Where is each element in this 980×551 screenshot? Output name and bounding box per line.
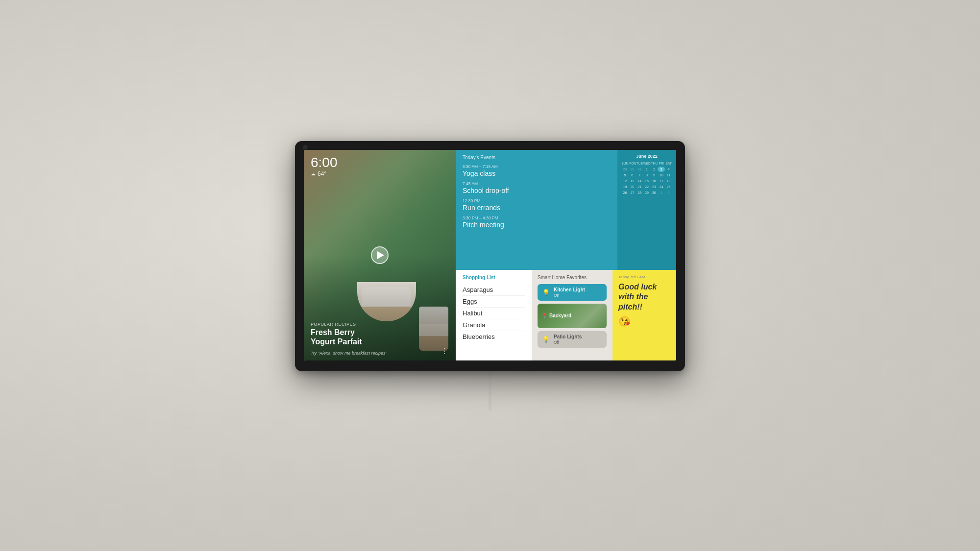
backyard-name: Backyard	[549, 313, 571, 318]
cal-day[interactable]: 5	[621, 172, 629, 178]
cal-day[interactable]: 2	[650, 167, 658, 172]
shopping-item-halibut[interactable]: Halibut	[463, 308, 525, 319]
calendar-grid: SUN MON TUE WED THU FRI SAT	[621, 161, 672, 195]
camera-icon	[303, 145, 308, 150]
kitchen-light-name: Kitchen Light	[554, 287, 602, 293]
note-content: Good luck with the pitch!!	[618, 282, 670, 312]
cal-day[interactable]: 11	[665, 172, 672, 178]
cal-week-4: 19 20 21 22 23 24 25	[621, 184, 672, 190]
cal-day[interactable]: 31	[636, 167, 643, 172]
events-panel: Today's Events 6:30 AM – 7:15 AM Yoga cl…	[456, 150, 617, 270]
cal-day[interactable]: 9	[650, 172, 658, 178]
cal-day[interactable]: 15	[643, 178, 651, 184]
cal-day[interactable]: 22	[643, 184, 651, 190]
play-button[interactable]	[371, 246, 389, 264]
cal-day[interactable]: 20	[629, 184, 636, 190]
smart-home-buttons: 💡 Kitchen Light On 📍	[538, 284, 607, 348]
calendar-title: June 2022	[621, 154, 672, 159]
cal-day[interactable]: 30	[629, 167, 636, 172]
dow-sun: SUN	[621, 161, 629, 166]
event-name-errands: Run errands	[463, 204, 611, 212]
menu-dots-icon[interactable]: ⋮	[441, 346, 449, 356]
cal-day[interactable]: 30	[650, 190, 658, 195]
recipe-title: Fresh Berry Yogurt Parfait	[311, 328, 362, 346]
shopping-item-granola[interactable]: Granola	[463, 319, 525, 331]
kitchen-light-button[interactable]: 💡 Kitchen Light On	[538, 284, 607, 301]
cal-week-2: 5 6 7 8 9 10 11	[621, 172, 672, 178]
cal-day[interactable]: 29	[643, 190, 651, 195]
cal-day[interactable]: 28	[636, 190, 643, 195]
event-item-yoga[interactable]: 6:30 AM – 7:15 AM Yoga class	[463, 164, 611, 177]
event-name-yoga: Yoga class	[463, 169, 611, 177]
shopping-item-eggs[interactable]: Eggs	[463, 296, 525, 308]
alexa-suggestion: Try "Alexa, show me breakfast recipes"	[311, 351, 387, 356]
cal-day[interactable]: 7	[636, 172, 643, 178]
cal-day[interactable]: 16	[650, 178, 658, 184]
dow-fri: FRI	[658, 161, 665, 166]
play-triangle-icon	[377, 251, 384, 259]
cal-day[interactable]: 19	[621, 184, 629, 190]
event-item-school[interactable]: 7:45 AM School drop-off	[463, 181, 611, 194]
dow-tue: TUE	[636, 161, 643, 166]
backyard-button[interactable]: 📍 Backyard	[538, 304, 607, 328]
cal-day[interactable]: 25	[665, 184, 672, 190]
cal-day[interactable]: 21	[636, 184, 643, 190]
light-off-icon: 💡	[542, 336, 550, 343]
sticky-note-panel: Today, 5:51 AM Good luck with the pitch!…	[612, 270, 676, 360]
dow-sat: SAT	[665, 161, 672, 166]
device-frame: 6:00 ☁ 64° Popular Recipes Fresh Berry	[295, 141, 685, 371]
calendar-panel: June 2022 SUN MON TUE WED THU FRI SAT	[617, 150, 676, 270]
cal-day[interactable]: 8	[643, 172, 651, 178]
clock-time: 6:00	[311, 156, 338, 169]
cal-day[interactable]: 24	[658, 184, 665, 190]
event-time-yoga: 6:30 AM – 7:15 AM	[463, 164, 611, 169]
kitchen-light-status: On	[554, 293, 602, 298]
event-time-errands: 12:30 PM	[463, 198, 611, 203]
event-name-pitch: Pitch meeting	[463, 221, 611, 229]
cal-day[interactable]: 27	[629, 190, 636, 195]
dow-wed: WED	[643, 161, 651, 166]
dow-mon: MON	[629, 161, 636, 166]
event-time-school: 7:45 AM	[463, 181, 611, 186]
dow-thu: THU	[651, 161, 658, 166]
cal-week-3: 12 13 14 15 16 17 18	[621, 178, 672, 184]
cal-day[interactable]: 14	[636, 178, 643, 184]
event-time-pitch: 3:30 PM – 4:30 PM	[463, 216, 611, 220]
calendar-dow-row: SUN MON TUE WED THU FRI SAT	[621, 161, 672, 166]
cal-day[interactable]: 26	[621, 190, 629, 195]
backyard-label: 📍 Backyard	[541, 313, 571, 318]
cal-day-today[interactable]: 3	[658, 167, 665, 172]
cal-day[interactable]: 18	[665, 178, 672, 184]
cal-day[interactable]: 13	[629, 178, 636, 184]
patio-lights-info: Patio Lights Off	[554, 334, 602, 345]
cal-week-1: 29 30 31 1 2 3 4	[621, 167, 672, 172]
bottom-panels: Shopping List Asparagus Eggs Halibut Gra…	[456, 270, 676, 360]
shopping-list-panel: Shopping List Asparagus Eggs Halibut Gra…	[456, 270, 532, 360]
weather-icon: ☁	[311, 171, 316, 176]
shopping-item-blueberries[interactable]: Blueberries	[463, 331, 525, 342]
patio-lights-button[interactable]: 💡 Patio Lights Off	[538, 331, 607, 348]
cal-day[interactable]: 1	[658, 190, 665, 195]
patio-lights-status: Off	[554, 340, 602, 345]
cal-day[interactable]: 23	[650, 184, 658, 190]
location-pin-icon: 📍	[541, 313, 547, 318]
cal-day[interactable]: 6	[629, 172, 636, 178]
shopping-title: Shopping List	[463, 275, 525, 280]
light-on-icon: 💡	[542, 289, 550, 296]
scene-wrapper: 6:00 ☁ 64° Popular Recipes Fresh Berry	[295, 141, 685, 410]
event-item-errands[interactable]: 12:30 PM Run errands	[463, 198, 611, 212]
weather-display: ☁ 64°	[311, 170, 338, 177]
cal-day[interactable]: 17	[658, 178, 665, 184]
cal-day[interactable]: 12	[621, 178, 629, 184]
cal-day[interactable]: 10	[658, 172, 665, 178]
hero-time-display: 6:00 ☁ 64°	[311, 156, 338, 177]
events-title: Today's Events	[463, 155, 611, 160]
event-item-pitch[interactable]: 3:30 PM – 4:30 PM Pitch meeting	[463, 216, 611, 229]
cal-day[interactable]: 2	[665, 190, 672, 195]
right-panels: Today's Events 6:30 AM – 7:15 AM Yoga cl…	[456, 150, 676, 360]
shopping-item-asparagus[interactable]: Asparagus	[463, 284, 525, 296]
cal-day[interactable]: 29	[621, 167, 629, 172]
recipe-info: Popular Recipes Fresh Berry Yogurt Parfa…	[311, 322, 362, 346]
cal-day[interactable]: 1	[643, 167, 651, 172]
cal-day[interactable]: 4	[665, 167, 672, 172]
